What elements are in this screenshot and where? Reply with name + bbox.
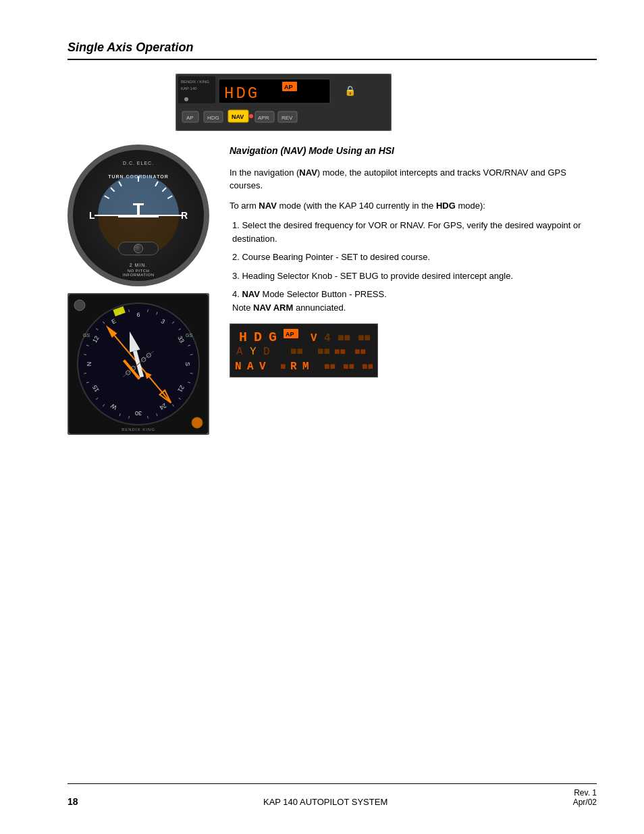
- nav-subtitle: Navigation (NAV) Mode Using an HSI: [230, 145, 597, 158]
- svg-point-4: [184, 97, 188, 101]
- step-2-text: 2. Course Bearing Pointer - SET to desir…: [232, 252, 430, 262]
- footer-date-label: Apr/02: [573, 798, 597, 807]
- section-title: Single Axis Operation: [68, 41, 597, 60]
- ap-display-bottom-svg: H D G AP V 4 ■■ ■■ A Y D ■■: [230, 323, 378, 377]
- svg-text:BENDIX / KING: BENDIX / KING: [181, 80, 209, 84]
- footer-page-number: 18: [68, 796, 78, 807]
- hsi-svg: 6 3 E 33 12 S N 21 15 24 W 30: [68, 293, 209, 435]
- svg-point-85: [74, 300, 85, 311]
- svg-text:■■: ■■: [362, 361, 373, 372]
- svg-text:AP: AP: [286, 331, 294, 338]
- ap-display-bottom-wrap: H D G AP V 4 ■■ ■■ A Y D ■■: [230, 323, 597, 380]
- svg-text:AP: AP: [186, 115, 194, 121]
- tc-plane-svg: [73, 150, 204, 281]
- svg-text:🔒: 🔒: [344, 85, 356, 97]
- step-3-text: 3. Heading Selector Knob - SET BUG to pr…: [232, 271, 513, 281]
- svg-text:D: D: [254, 330, 262, 345]
- tc-2min-label: 2 MIN.: [130, 263, 148, 267]
- svg-point-16: [249, 114, 253, 118]
- tc-nopitch-label: NO PITCHINFORMATION: [122, 269, 154, 277]
- hsi-instrument: 6 3 E 33 12 S N 21 15 24 W 30: [68, 293, 209, 435]
- svg-rect-23: [118, 215, 159, 217]
- svg-text:■■: ■■: [290, 346, 303, 358]
- footer-rev-label: Rev. 1: [574, 788, 597, 798]
- svg-text:GS: GS: [83, 333, 90, 338]
- page-container: Single Axis Operation BENDIX / KING KAP …: [0, 0, 644, 834]
- svg-line-69: [129, 309, 130, 312]
- step-4-text: 4. NAV Mode Selector Button - PRESS.: [232, 289, 387, 299]
- svg-text:REV: REV: [281, 115, 293, 121]
- svg-text:30: 30: [135, 410, 142, 417]
- svg-text:N: N: [86, 362, 92, 367]
- svg-text:GS: GS: [186, 333, 192, 338]
- svg-text:4: 4: [324, 332, 331, 344]
- svg-text:G: G: [269, 330, 277, 345]
- page-footer: 18 KAP 140 AUTOPILOT SYSTEM Rev. 1 Apr/0…: [68, 783, 597, 807]
- svg-text:HDG: HDG: [224, 84, 259, 103]
- svg-text:APR: APR: [258, 115, 269, 121]
- svg-text:V: V: [311, 332, 317, 344]
- tc-ball: [134, 244, 143, 253]
- nav-intro1: In the navigation (NAV) mode, the autopi…: [230, 166, 597, 192]
- svg-text:■■: ■■: [324, 361, 336, 372]
- svg-text:■■: ■■: [334, 346, 346, 357]
- content-area: D.C. ELEC. TURN COORDINATOR L R: [68, 145, 597, 435]
- svg-text:A: A: [236, 346, 243, 358]
- svg-text:■■: ■■: [343, 361, 354, 372]
- svg-text:A: A: [247, 361, 254, 373]
- svg-text:N: N: [235, 361, 242, 373]
- svg-text:M: M: [302, 361, 309, 373]
- nav-steps: 1. Select the desired frequency for VOR …: [230, 219, 597, 314]
- step-4: 4. NAV Mode Selector Button - PRESS. Not…: [232, 288, 597, 314]
- svg-line-63: [84, 373, 86, 374]
- footer-title: KAP 140 AUTOPILOT SYSTEM: [263, 797, 387, 807]
- svg-text:S: S: [184, 362, 191, 366]
- svg-text:R: R: [290, 361, 297, 373]
- svg-text:■: ■: [280, 361, 286, 372]
- svg-line-57: [148, 416, 149, 419]
- step-3: 3. Heading Selector Knob - SET BUG to pr…: [232, 269, 597, 283]
- step-4-note: Note NAV ARM annunciated.: [232, 303, 346, 313]
- svg-text:■■: ■■: [354, 346, 366, 357]
- svg-text:6: 6: [136, 311, 140, 318]
- footer-revision: Rev. 1 Apr/02: [573, 788, 597, 807]
- ap-panel-svg: BENDIX / KING KAP 140 HDG AP 🔒 AP HDG NA…: [176, 74, 392, 131]
- nav-intro2: To arm NAV mode (with the KAP 140 curren…: [230, 199, 597, 213]
- svg-text:V: V: [259, 361, 266, 373]
- turn-coordinator-instrument: D.C. ELEC. TURN COORDINATOR L R: [68, 145, 209, 286]
- svg-text:KAP 140: KAP 140: [181, 86, 197, 90]
- svg-line-46: [148, 309, 149, 312]
- instruments-column: D.C. ELEC. TURN COORDINATOR L R: [68, 145, 216, 435]
- svg-rect-24: [133, 203, 144, 205]
- svg-text:D: D: [263, 346, 270, 358]
- svg-line-52: [190, 373, 193, 374]
- text-content-column: Navigation (NAV) Mode Using an HSI In th…: [230, 145, 597, 380]
- step-1-text: 1. Select the desired frequency for VOR …: [232, 220, 581, 244]
- svg-line-58: [129, 416, 130, 419]
- svg-text:H: H: [239, 330, 247, 345]
- svg-text:BENDIX KING: BENDIX KING: [122, 427, 155, 432]
- svg-text:■■: ■■: [358, 332, 371, 344]
- svg-text:Y: Y: [250, 346, 257, 358]
- tc-ball-housing: [118, 242, 159, 255]
- ap-panel-top: BENDIX / KING KAP 140 HDG AP 🔒 AP HDG NA…: [176, 74, 392, 131]
- step-1: 1. Select the desired frequency for VOR …: [232, 219, 597, 245]
- svg-line-64: [84, 355, 86, 355]
- svg-text:■■: ■■: [317, 346, 330, 358]
- svg-text:HDG: HDG: [207, 115, 219, 121]
- svg-line-51: [190, 355, 193, 355]
- svg-text:NAV: NAV: [232, 113, 244, 120]
- step-2: 2. Course Bearing Pointer - SET to desir…: [232, 251, 597, 264]
- svg-text:AP: AP: [284, 84, 293, 90]
- svg-point-86: [192, 417, 203, 428]
- svg-text:■■: ■■: [338, 332, 350, 344]
